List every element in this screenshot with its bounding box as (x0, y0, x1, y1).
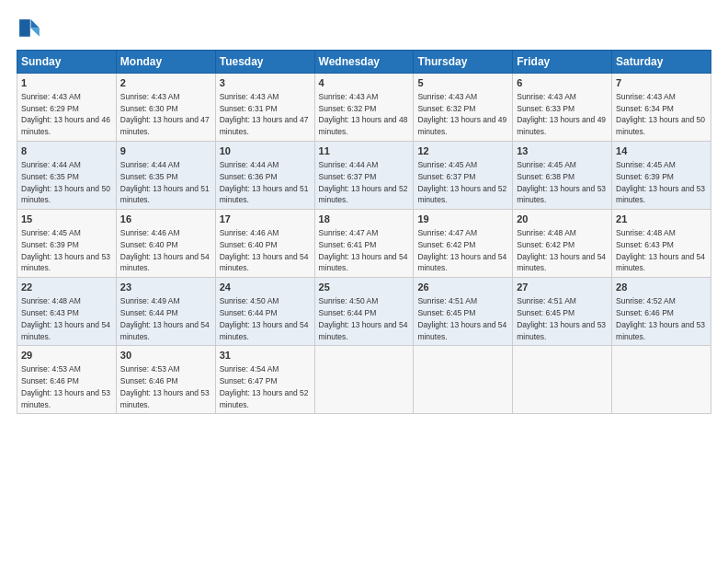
calendar-cell: 7 Sunrise: 4:43 AMSunset: 6:34 PMDayligh… (612, 74, 711, 142)
day-info: Sunrise: 4:50 AMSunset: 6:44 PMDaylight:… (220, 296, 309, 340)
day-number: 12 (417, 144, 508, 158)
calendar-cell: 2 Sunrise: 4:43 AMSunset: 6:30 PMDayligh… (116, 74, 215, 142)
header-cell-thursday: Thursday (414, 51, 513, 74)
calendar-cell: 9 Sunrise: 4:44 AMSunset: 6:35 PMDayligh… (116, 142, 215, 210)
header-cell-monday: Monday (116, 51, 215, 74)
calendar-cell: 13 Sunrise: 4:45 AMSunset: 6:38 PMDaylig… (513, 142, 612, 210)
day-number: 30 (120, 349, 211, 362)
day-info: Sunrise: 4:44 AMSunset: 6:37 PMDaylight:… (319, 160, 408, 204)
day-info: Sunrise: 4:44 AMSunset: 6:35 PMDaylight:… (120, 160, 210, 204)
week-row-5: 29 Sunrise: 4:53 AMSunset: 6:46 PMDaylig… (17, 346, 711, 414)
day-info: Sunrise: 4:43 AMSunset: 6:34 PMDaylight:… (616, 92, 705, 136)
day-number: 19 (417, 213, 508, 226)
week-row-4: 22 Sunrise: 4:48 AMSunset: 6:43 PMDaylig… (17, 278, 711, 346)
day-number: 24 (220, 281, 311, 294)
week-row-1: 1 Sunrise: 4:43 AMSunset: 6:29 PMDayligh… (17, 74, 711, 142)
calendar-cell: 6 Sunrise: 4:43 AMSunset: 6:33 PMDayligh… (513, 74, 612, 142)
calendar-cell: 21 Sunrise: 4:48 AMSunset: 6:43 PMDaylig… (612, 210, 711, 278)
day-number: 27 (517, 281, 608, 294)
calendar-cell: 20 Sunrise: 4:48 AMSunset: 6:42 PMDaylig… (513, 210, 612, 278)
calendar-cell: 15 Sunrise: 4:45 AMSunset: 6:39 PMDaylig… (17, 210, 117, 278)
calendar-table: SundayMondayTuesdayWednesdayThursdayFrid… (17, 50, 711, 414)
calendar-cell: 25 Sunrise: 4:50 AMSunset: 6:44 PMDaylig… (314, 278, 414, 346)
page: SundayMondayTuesdayWednesdayThursdayFrid… (0, 0, 728, 563)
day-number: 7 (616, 76, 707, 90)
day-info: Sunrise: 4:48 AMSunset: 6:43 PMDaylight:… (616, 228, 705, 272)
day-info: Sunrise: 4:43 AMSunset: 6:29 PMDaylight:… (21, 92, 110, 136)
svg-marker-1 (31, 28, 40, 36)
calendar-cell (513, 346, 612, 414)
calendar-cell: 28 Sunrise: 4:52 AMSunset: 6:46 PMDaylig… (612, 278, 711, 346)
day-number: 15 (21, 213, 112, 226)
calendar-cell: 27 Sunrise: 4:51 AMSunset: 6:45 PMDaylig… (513, 278, 612, 346)
calendar-cell: 30 Sunrise: 4:53 AMSunset: 6:46 PMDaylig… (116, 346, 215, 414)
day-number: 2 (120, 76, 211, 90)
calendar-cell: 8 Sunrise: 4:44 AMSunset: 6:35 PMDayligh… (17, 142, 117, 210)
calendar-cell: 12 Sunrise: 4:45 AMSunset: 6:37 PMDaylig… (414, 142, 513, 210)
header-cell-sunday: Sunday (17, 51, 117, 74)
day-number: 25 (319, 281, 410, 294)
day-number: 13 (517, 144, 608, 158)
calendar-cell: 24 Sunrise: 4:50 AMSunset: 6:44 PMDaylig… (215, 278, 314, 346)
day-info: Sunrise: 4:43 AMSunset: 6:33 PMDaylight:… (517, 92, 606, 136)
day-number: 28 (616, 281, 707, 294)
day-info: Sunrise: 4:47 AMSunset: 6:42 PMDaylight:… (417, 228, 506, 272)
day-info: Sunrise: 4:51 AMSunset: 6:45 PMDaylight:… (417, 296, 506, 340)
day-number: 1 (21, 76, 112, 90)
day-number: 11 (319, 144, 410, 158)
day-number: 29 (21, 349, 112, 362)
day-info: Sunrise: 4:53 AMSunset: 6:46 PMDaylight:… (120, 364, 210, 408)
day-number: 22 (21, 281, 112, 294)
calendar-cell: 22 Sunrise: 4:48 AMSunset: 6:43 PMDaylig… (17, 278, 117, 346)
day-number: 20 (517, 213, 608, 226)
day-number: 31 (220, 349, 311, 362)
day-number: 6 (517, 76, 608, 90)
day-number: 5 (417, 76, 508, 90)
day-number: 18 (319, 213, 410, 226)
calendar-cell: 10 Sunrise: 4:44 AMSunset: 6:36 PMDaylig… (215, 142, 314, 210)
day-info: Sunrise: 4:45 AMSunset: 6:39 PMDaylight:… (616, 160, 705, 204)
day-info: Sunrise: 4:44 AMSunset: 6:35 PMDaylight:… (21, 160, 110, 204)
day-info: Sunrise: 4:47 AMSunset: 6:41 PMDaylight:… (319, 228, 408, 272)
calendar-cell: 19 Sunrise: 4:47 AMSunset: 6:42 PMDaylig… (414, 210, 513, 278)
day-info: Sunrise: 4:43 AMSunset: 6:30 PMDaylight:… (120, 92, 210, 136)
day-number: 10 (220, 144, 311, 158)
day-info: Sunrise: 4:48 AMSunset: 6:42 PMDaylight:… (517, 228, 606, 272)
day-number: 17 (220, 213, 311, 226)
calendar-cell (414, 346, 513, 414)
day-info: Sunrise: 4:45 AMSunset: 6:39 PMDaylight:… (21, 228, 110, 272)
calendar-cell: 29 Sunrise: 4:53 AMSunset: 6:46 PMDaylig… (17, 346, 117, 414)
day-number: 23 (120, 281, 211, 294)
day-info: Sunrise: 4:45 AMSunset: 6:37 PMDaylight:… (417, 160, 506, 204)
day-info: Sunrise: 4:45 AMSunset: 6:38 PMDaylight:… (517, 160, 606, 204)
svg-marker-0 (31, 19, 40, 28)
day-number: 3 (220, 76, 311, 90)
day-info: Sunrise: 4:44 AMSunset: 6:36 PMDaylight:… (220, 160, 309, 204)
day-number: 21 (616, 213, 707, 226)
calendar-cell (612, 346, 711, 414)
calendar-cell: 11 Sunrise: 4:44 AMSunset: 6:37 PMDaylig… (314, 142, 414, 210)
day-number: 26 (417, 281, 508, 294)
day-number: 4 (319, 76, 410, 90)
day-info: Sunrise: 4:52 AMSunset: 6:46 PMDaylight:… (616, 296, 705, 340)
day-info: Sunrise: 4:49 AMSunset: 6:44 PMDaylight:… (120, 296, 210, 340)
logo-icon (17, 17, 42, 42)
day-info: Sunrise: 4:43 AMSunset: 6:32 PMDaylight:… (319, 92, 408, 136)
calendar-cell: 26 Sunrise: 4:51 AMSunset: 6:45 PMDaylig… (414, 278, 513, 346)
calendar-cell: 1 Sunrise: 4:43 AMSunset: 6:29 PMDayligh… (17, 74, 117, 142)
calendar-cell: 17 Sunrise: 4:46 AMSunset: 6:40 PMDaylig… (215, 210, 314, 278)
header-cell-friday: Friday (513, 51, 612, 74)
day-info: Sunrise: 4:48 AMSunset: 6:43 PMDaylight:… (21, 296, 110, 340)
day-info: Sunrise: 4:54 AMSunset: 6:47 PMDaylight:… (220, 364, 309, 408)
week-row-2: 8 Sunrise: 4:44 AMSunset: 6:35 PMDayligh… (17, 142, 711, 210)
day-info: Sunrise: 4:53 AMSunset: 6:46 PMDaylight:… (21, 364, 110, 408)
day-info: Sunrise: 4:50 AMSunset: 6:44 PMDaylight:… (319, 296, 408, 340)
day-number: 9 (120, 144, 211, 158)
calendar-cell: 3 Sunrise: 4:43 AMSunset: 6:31 PMDayligh… (215, 74, 314, 142)
day-info: Sunrise: 4:46 AMSunset: 6:40 PMDaylight:… (120, 228, 210, 272)
day-number: 14 (616, 144, 707, 158)
week-row-3: 15 Sunrise: 4:45 AMSunset: 6:39 PMDaylig… (17, 210, 711, 278)
svg-rect-2 (19, 19, 30, 37)
calendar-cell: 4 Sunrise: 4:43 AMSunset: 6:32 PMDayligh… (314, 74, 414, 142)
header-cell-saturday: Saturday (612, 51, 711, 74)
